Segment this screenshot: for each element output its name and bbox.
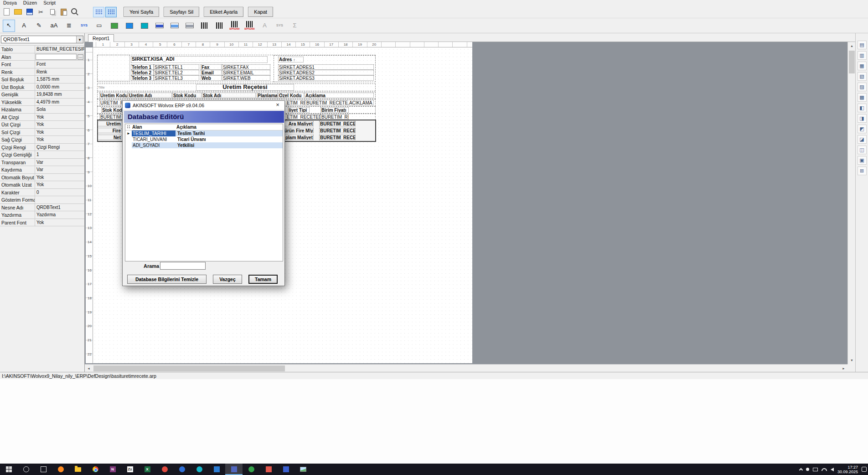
column-header[interactable]: Üretim Adı (128, 93, 172, 98)
dbimage-tool-icon[interactable] (123, 20, 135, 32)
field-company-name[interactable]: SIRKET.KISA_ADI (131, 56, 268, 63)
scroll-down-icon[interactable]: ▼ (848, 356, 856, 364)
object-selector[interactable]: QRDBText1 (1, 36, 83, 43)
summary-field[interactable]: BURETIM_RECET (319, 128, 356, 133)
summary-caption[interactable]: Net (98, 135, 122, 140)
detail-field-aciklama[interactable]: BURETIM_RECETE.ACIKLAMA (305, 100, 374, 105)
open-icon[interactable] (13, 7, 23, 17)
property-value[interactable]: Yok (35, 219, 84, 226)
property-value[interactable]: Yok (35, 181, 84, 188)
summary-label[interactable]: plam Maliyet (284, 135, 314, 140)
taskbar-chrome[interactable] (87, 464, 104, 475)
detail-field-1[interactable]: URETIM_RE (99, 100, 122, 105)
send-back-icon[interactable]: ◪ (858, 135, 867, 144)
taskbar-app-blue2[interactable] (277, 464, 294, 475)
memo-tool-icon[interactable]: ≣ (63, 20, 75, 32)
menu-item-script[interactable]: Script (40, 0, 59, 6)
property-value[interactable]: QRDBText1 (35, 204, 84, 211)
align-bottom-icon[interactable]: ▩ (858, 93, 867, 102)
taskbar-app-orange[interactable] (260, 464, 277, 475)
clock[interactable]: 17:27 30.09.2025 (837, 465, 858, 474)
chart-tool-icon[interactable] (138, 20, 150, 32)
summary-field[interactable]: BURETIM_RECET (319, 121, 356, 126)
db-field[interactable]: SIRKET.ADRES2 (278, 70, 374, 75)
property-value[interactable]: Yok (35, 121, 84, 128)
report-title[interactable]: Üretim Reçetesi (196, 84, 294, 91)
property-value[interactable]: Var (35, 166, 84, 173)
menu-item-dosya[interactable]: Dosya (0, 0, 20, 6)
space-equally-icon[interactable]: ▣ (858, 156, 867, 165)
volume-icon[interactable] (831, 468, 834, 471)
same-width-icon[interactable]: ◧ (858, 104, 867, 112)
field-list[interactable]: Alan Açıklama ►TESLIM_TARIHITeslim Tarih… (125, 124, 283, 261)
search-button[interactable] (17, 464, 35, 475)
ellipsis-button[interactable] (78, 54, 83, 60)
property-value[interactable]: 1 (35, 151, 84, 158)
new-page-button[interactable]: Yeni Sayfa (124, 7, 159, 17)
taskbar-wolvox[interactable] (225, 464, 243, 475)
zoom-icon[interactable] (70, 7, 80, 17)
bring-front-icon[interactable]: ◩ (858, 125, 867, 133)
chevron-down-icon[interactable] (76, 36, 83, 43)
property-value[interactable]: 0 (35, 189, 84, 196)
notifications-icon[interactable] (862, 467, 867, 472)
band-tool-icon[interactable] (153, 20, 165, 32)
taskbar-photos[interactable] (294, 464, 312, 475)
image-tool-icon[interactable] (108, 20, 120, 32)
property-value[interactable]: Çizgi Rengi (35, 144, 84, 151)
property-value[interactable]: Yazdırma (35, 211, 84, 219)
field-row[interactable]: TICARI_UNVANITicari Ünvanı (125, 136, 283, 142)
property-value[interactable]: 0,0000 mm (35, 84, 84, 91)
clear-database-button[interactable]: Database Bilgilerini Temizle (127, 275, 207, 284)
field-row[interactable]: ►TESLIM_TARIHITeslim Tarihi (125, 130, 283, 136)
property-value[interactable]: 19,8438 mm (35, 91, 84, 98)
summary-caption[interactable]: Üretim (98, 121, 122, 126)
center-in-band-icon[interactable]: ◫ (858, 146, 867, 154)
summary-caption[interactable]: Fire (98, 128, 122, 133)
scroll-left-icon[interactable]: ◄ (85, 365, 93, 372)
column-header[interactable]: Üretim Kodu (99, 93, 128, 98)
property-value[interactable]: Font (35, 61, 84, 68)
frame-tool-icon[interactable]: ▭ (93, 20, 105, 32)
property-value[interactable]: 1,5875 mm (35, 76, 84, 83)
property-value[interactable]: Yok (35, 129, 84, 136)
db-field[interactable]: SIRKET.TEL3 (154, 75, 199, 81)
taskbar-app-blue-square[interactable] (208, 464, 225, 475)
systext-tool-icon[interactable]: SYS (78, 20, 90, 32)
display-icon[interactable] (813, 468, 818, 471)
delete-page-button[interactable]: Sayfayı Sil (164, 7, 199, 17)
dialog-titlebar[interactable]: AKINSOFT Wolvox ERP s9.04.06 (123, 101, 284, 110)
alan-value-input[interactable] (36, 54, 77, 60)
taskbar-excel[interactable]: X (139, 464, 156, 475)
dbtext-tool-icon[interactable]: ✎ (33, 20, 45, 32)
db-field[interactable]: SIRKET.TEL1 (154, 64, 199, 70)
scroll-right-icon[interactable]: ► (840, 365, 847, 372)
db-field[interactable]: SIRKET.WEB (222, 75, 270, 81)
scroll-up-icon[interactable]: ▲ (848, 42, 856, 50)
align-h-center-icon[interactable]: ▥ (858, 51, 867, 60)
horizontal-scroll-thumb[interactable] (93, 365, 285, 371)
barcode-tool-icon[interactable] (198, 20, 211, 32)
db-field[interactable]: SIRKET.EMAIL (222, 70, 270, 75)
subheader-birim-fiyati[interactable]: Birim Fiyatı (320, 107, 349, 113)
close-button[interactable]: Kapat (248, 7, 273, 17)
label-tool-icon[interactable]: A (18, 20, 30, 32)
subheader-maliyet-tipi[interactable]: liyet Tipi (288, 107, 310, 113)
column-header[interactable]: Stok Adı (202, 93, 256, 98)
vertical-scrollbar[interactable]: ▲ ▼ (847, 42, 855, 364)
property-value[interactable] (35, 53, 84, 61)
column-header[interactable]: Açıklama (305, 93, 374, 98)
align-right-icon[interactable]: ▦ (858, 62, 867, 70)
grid-settings-icon[interactable]: ⊞ (858, 167, 867, 175)
summary-field[interactable]: BURETIM_RECET (319, 135, 356, 140)
microphone-icon[interactable] (806, 468, 809, 471)
field-label[interactable]: Web (201, 75, 222, 81)
childband-tool-icon[interactable] (168, 20, 181, 32)
same-height-icon[interactable]: ◨ (858, 114, 867, 123)
align-top-icon[interactable]: ▧ (858, 72, 867, 81)
taskbar-file-explorer[interactable] (69, 464, 87, 475)
snap-to-grid-button[interactable] (105, 7, 117, 17)
groupband-tool-icon[interactable] (183, 20, 196, 32)
field-label[interactable]: Telefon 3 (131, 75, 154, 81)
subheader-stok-kodu[interactable]: Stok Kodu (101, 107, 124, 113)
